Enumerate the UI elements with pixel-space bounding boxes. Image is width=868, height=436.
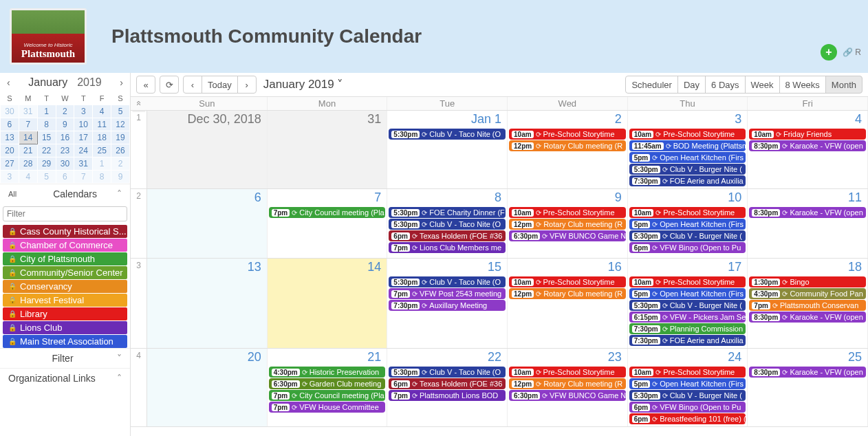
day-cell[interactable]: 2310am⟳Pre-School Storytime12pm⟳Rotary C… [508, 349, 628, 426]
mini-day[interactable]: 20 [1, 144, 19, 157]
event[interactable]: 7:30pm⟳FOE Aerie and Auxilia [629, 175, 746, 186]
day-cell[interactable]: 910am⟳Pre-School Storytime12pm⟳Rotary Cl… [508, 189, 628, 258]
event[interactable]: 12pm⟳Rotary Club meeting (R [509, 219, 626, 230]
day-cell[interactable]: 410am⟳Friday Friends8:30pm⟳Karaoke - VFW… [748, 111, 868, 188]
event[interactable]: 5:30pm⟳Club V - Burger Nite ( [629, 164, 746, 175]
event[interactable]: 10am⟳Pre-School Storytime [509, 276, 626, 287]
event[interactable]: 7pm⟳VFW Post 2543 meeting [389, 288, 506, 299]
date-label[interactable]: 18 [749, 260, 866, 276]
mini-day[interactable]: 4 [19, 170, 37, 183]
day-cell[interactable]: Jan 15:30pm⟳Club V - Taco Nite (O [387, 111, 508, 188]
date-label[interactable]: 11 [749, 190, 866, 206]
event[interactable]: 10am⟳Pre-School Storytime [629, 367, 746, 378]
event[interactable]: 6pm⟳Texas Holdem (FOE #36 [389, 378, 506, 389]
date-label[interactable]: 7 [269, 190, 386, 206]
mini-day[interactable]: 4 [93, 105, 111, 118]
week-number[interactable]: 2 [131, 189, 147, 258]
mini-day[interactable]: 6 [1, 118, 19, 131]
date-label[interactable]: 23 [509, 350, 626, 366]
week-number[interactable]: 1 [131, 111, 147, 188]
date-label[interactable]: 2 [509, 112, 626, 128]
prev-period-button[interactable]: ‹ [183, 76, 202, 94]
calendar-item[interactable]: 🔒Main Street Association [3, 335, 127, 348]
mini-day[interactable]: 8 [37, 118, 56, 131]
event[interactable]: 5pm⟳Open Heart Kitchen (Firs [629, 288, 746, 299]
mini-day[interactable]: 13 [1, 131, 19, 144]
calendar-item[interactable]: 🔒Cass County Historical S... [3, 225, 127, 238]
mini-calendar-title[interactable]: January 2019 [28, 76, 102, 89]
mini-day[interactable]: 31 [19, 105, 37, 118]
org-links-header[interactable]: Organizational Links ˄ [0, 368, 130, 388]
date-label[interactable]: 20 [149, 350, 265, 366]
event[interactable]: 1:30pm⟳Bingo [749, 276, 866, 287]
view-day-button[interactable]: Day [677, 76, 706, 94]
week-number[interactable]: 4 [131, 349, 147, 426]
mini-day[interactable]: 24 [74, 144, 93, 157]
day-cell[interactable]: 310am⟳Pre-School Storytime11:45am⟳BOD Me… [628, 111, 748, 188]
event[interactable]: 5:30pm⟳Club V - Burger Nite ( [629, 230, 746, 241]
mini-prev-button[interactable]: ‹ [4, 76, 13, 89]
mini-day[interactable]: 23 [56, 144, 74, 157]
event[interactable]: 5:30pm⟳FOE Charity Dinner (F [389, 207, 506, 218]
day-cell[interactable]: 1010am⟳Pre-School Storytime5pm⟳Open Hear… [628, 189, 748, 258]
event[interactable]: 10am⟳Pre-School Storytime [509, 367, 626, 378]
mini-day[interactable]: 7 [19, 118, 37, 131]
mini-next-button[interactable]: › [117, 76, 126, 89]
view-6 days-button[interactable]: 6 Days [705, 76, 745, 94]
event[interactable]: 6:30pm⟳VFW BUNCO Game N [509, 230, 626, 241]
mini-day[interactable]: 9 [111, 170, 130, 183]
mini-day[interactable]: 27 [1, 157, 19, 170]
mini-day[interactable]: 6 [56, 170, 74, 183]
refresh-button[interactable]: ⟳ [160, 76, 179, 94]
date-label[interactable]: 6 [149, 190, 265, 206]
calendar-item[interactable]: 🔒Library [3, 307, 127, 320]
calendars-section-header[interactable]: All Calendars ˄ [0, 184, 130, 204]
day-cell[interactable]: 13 [147, 259, 268, 348]
date-label[interactable]: 3 [629, 112, 746, 128]
date-label[interactable]: 15 [389, 260, 506, 276]
mini-day[interactable]: 31 [74, 157, 93, 170]
date-label[interactable]: 13 [149, 260, 265, 276]
date-label[interactable]: 24 [629, 350, 746, 366]
event[interactable]: 10am⟳Pre-School Storytime [629, 207, 746, 218]
event[interactable]: 12pm⟳Rotary Club meeting (R [509, 378, 626, 389]
add-event-button[interactable]: + [821, 44, 837, 61]
event[interactable]: 4:30pm⟳Community Food Pan [749, 288, 866, 299]
mini-day[interactable]: 5 [111, 105, 130, 118]
mini-day[interactable]: 14 [19, 131, 37, 144]
event[interactable]: 6:15pm⟳VFW - Pickers Jam Se [629, 312, 746, 323]
day-cell[interactable]: Dec 30, 2018 [147, 111, 268, 188]
mini-day[interactable]: 10 [74, 118, 93, 131]
event[interactable]: 7pm⟳City Council meeting (Pla [269, 390, 386, 401]
day-cell[interactable]: 1610am⟳Pre-School Storytime12pm⟳Rotary C… [508, 259, 628, 348]
calendar-item[interactable]: 🔒Lions Club [3, 321, 127, 334]
event[interactable]: 4:30pm⟳Historic Preservation [269, 367, 386, 378]
event[interactable]: 5:30pm⟳Club V - Taco Nite (O [389, 367, 506, 378]
day-cell[interactable]: 20 [147, 349, 268, 426]
event[interactable]: 5:30pm⟳Club V - Burger Nite ( [629, 300, 746, 311]
date-label[interactable]: Jan 1 [389, 112, 506, 128]
date-label[interactable]: 21 [269, 350, 386, 366]
day-cell[interactable]: 1710am⟳Pre-School Storytime5pm⟳Open Hear… [628, 259, 748, 348]
event[interactable]: 11:45am⟳BOD Meeting (Plattsm [629, 140, 746, 151]
mini-day[interactable]: 15 [37, 131, 56, 144]
event[interactable]: 6pm⟳VFW Bingo (Open to Pu [629, 242, 746, 253]
date-label[interactable]: 22 [389, 350, 506, 366]
mini-day[interactable]: 28 [19, 157, 37, 170]
calendar-item[interactable]: 🔒City of Plattsmouth [3, 252, 127, 265]
mini-day[interactable]: 2 [56, 105, 74, 118]
event[interactable]: 7:30pm⟳Auxillary Meeting [389, 300, 506, 311]
mini-day[interactable]: 22 [37, 144, 56, 157]
mini-day[interactable]: 1 [37, 105, 56, 118]
mini-day[interactable]: 25 [93, 144, 111, 157]
event[interactable]: 5pm⟳Open Heart Kitchen (Firs [629, 152, 746, 163]
event[interactable]: 6:30pm⟳Garden Club meeting [269, 378, 386, 389]
event[interactable]: 8:30pm⟳Karaoke - VFW (open [749, 312, 866, 323]
event[interactable]: 12pm⟳Rotary Club meeting (R [509, 288, 626, 299]
calendar-filter-input[interactable] [3, 206, 127, 221]
range-label[interactable]: January 2019 ˅ [261, 78, 346, 92]
mini-day[interactable]: 1 [93, 157, 111, 170]
event[interactable]: 8:30pm⟳Karaoke - VFW (open [749, 140, 866, 151]
event[interactable]: 10am⟳Pre-School Storytime [629, 276, 746, 287]
week-number[interactable]: 3 [131, 259, 147, 348]
